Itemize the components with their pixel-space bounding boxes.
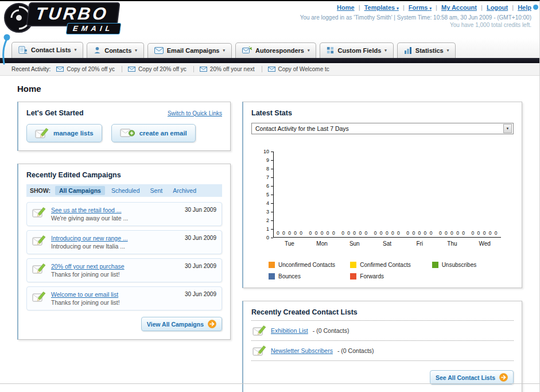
contact-list-item[interactable]: Exhibition List - (0 Contacts)	[251, 321, 514, 341]
manage-lists-button[interactable]: manage lists	[26, 124, 102, 142]
show-label: SHOW:	[30, 187, 50, 194]
campaign-title-link[interactable]: 20% off your next purchase	[51, 263, 180, 270]
button-label: create an email	[139, 130, 187, 137]
campaign-list: See us at the retail food ... We're givi…	[26, 202, 222, 311]
panel-title: Latest Stats	[251, 109, 514, 117]
custom-fields-icon	[327, 46, 334, 54]
chart-bar-group-values: 0 0 0 0 0	[306, 230, 339, 237]
app-logo[interactable]: TURBO EMAIL	[0, 1, 149, 37]
tab-all-campaigns[interactable]: All Campaigns	[55, 186, 105, 195]
stats-filter-select[interactable]: Contact Activity for the Last 7 Days ▼	[251, 123, 514, 134]
x-axis-label: Fri	[403, 240, 436, 247]
recent-activity-item[interactable]: Copy of 20% off yc	[56, 66, 122, 72]
tab-label: Email Campaigns	[167, 47, 220, 54]
campaign-filter-tabs: SHOW: All Campaigns Scheduled Sent Archi…	[26, 184, 222, 197]
campaign-title-link[interactable]: Introducing our new range ...	[51, 235, 180, 242]
nav-link-templates[interactable]: Templates ▾	[364, 4, 399, 11]
campaign-subtitle: Introducing our new Italia ...	[51, 243, 180, 250]
main-nav: Contact Lists ▾ Contacts ▾ Email Campaig…	[0, 38, 539, 58]
contact-list-link[interactable]: Exhibition List	[271, 327, 308, 334]
tab-statistics[interactable]: Statistics ▾	[397, 42, 456, 58]
legend-label: Bounces	[278, 273, 301, 280]
chart-legend: Unconfirmed ContactsConfirmed ContactsUn…	[251, 262, 514, 280]
tab-email-campaigns[interactable]: Email Campaigns ▾	[147, 43, 232, 58]
campaign-date: 30 Jun 2009	[185, 263, 216, 269]
nav-link-forms[interactable]: Forms ▾	[409, 4, 432, 11]
campaign-subtitle: Thanks for joining our list!	[51, 271, 180, 278]
nav-link-help[interactable]: Help	[518, 4, 531, 11]
chart-y-axis: 109876543210	[258, 152, 273, 238]
left-column: Let's Get Started Switch to Quick Links …	[17, 102, 231, 352]
campaign-list-item[interactable]: Welcome to our email list Thanks for joi…	[26, 286, 222, 311]
x-axis-label: Sat	[371, 240, 403, 247]
nav-link-logout[interactable]: Logout	[487, 4, 508, 11]
see-all-contact-lists-button[interactable]: See All Contact Lists	[430, 370, 514, 385]
contact-list-link[interactable]: Newsletter Subscribers	[271, 347, 333, 354]
recently-edited-campaigns-panel: Recently Edited Campaigns SHOW: All Camp…	[17, 164, 231, 340]
campaign-title-link[interactable]: Welcome to our email list	[51, 291, 180, 298]
tab-custom-fields[interactable]: Custom Fields ▾	[320, 42, 393, 58]
campaign-list-item[interactable]: Introducing our new range ... Introducin…	[26, 230, 222, 254]
chevron-down-icon: ▾	[384, 48, 387, 53]
recent-activity-text: Copy of 20% off yc	[67, 66, 115, 72]
campaign-title-link[interactable]: See us at the retail food ...	[51, 207, 180, 214]
campaign-subtitle: Thanks for joining our list!	[51, 299, 180, 306]
tab-label: Autoresponders	[255, 47, 304, 54]
chart-bar-group-values: 0 0 0 0 0	[403, 230, 436, 237]
campaign-list-item[interactable]: 20% off your next purchase Thanks for jo…	[26, 258, 222, 282]
contact-list-item[interactable]: Newsletter Subscribers - (0 Contacts)	[251, 341, 514, 361]
envelope-icon	[128, 67, 135, 72]
nav-link-home[interactable]: Home	[337, 4, 355, 11]
chevron-down-icon: ▼	[503, 124, 512, 133]
nav-accent-bar	[0, 58, 539, 63]
legend-swatch	[432, 262, 438, 268]
legend-label: Forwards	[360, 273, 384, 280]
recent-activity-item[interactable]: Copy of Welcome tc	[268, 66, 336, 72]
recent-activity-item[interactable]: 20% off your next	[200, 66, 262, 72]
view-all-campaigns-button[interactable]: View All Campaigns	[141, 317, 222, 331]
edit-campaign-icon	[32, 291, 46, 302]
legend-item: Forwards	[350, 273, 432, 280]
header: TURBO EMAIL Home | Templates ▾ | Forms ▾…	[0, 1, 539, 38]
contact-lists-icon	[18, 46, 28, 54]
tab-scheduled[interactable]: Scheduled	[107, 186, 144, 195]
top-nav: Home | Templates ▾ | Forms ▾ | My Accoun…	[300, 4, 531, 11]
x-axis-label: Sun	[338, 240, 371, 247]
latest-stats-panel: Latest Stats Contact Activity for the La…	[242, 102, 522, 288]
switch-quick-links-link[interactable]: Switch to Quick Links	[168, 110, 222, 117]
right-column: Latest Stats Contact Activity for the La…	[242, 102, 522, 392]
envelope-icon	[200, 67, 207, 72]
tab-contact-lists[interactable]: Contact Lists ▾	[11, 42, 83, 58]
credits-text: You have 1,000 total credits left.	[300, 22, 531, 28]
edit-campaign-icon	[32, 207, 46, 218]
header-right: Home | Templates ▾ | Forms ▾ | My Accoun…	[300, 4, 531, 28]
chevron-down-icon: ▾	[135, 48, 137, 53]
chevron-down-icon: ▾	[447, 48, 449, 53]
legend-swatch	[350, 273, 356, 280]
edit-list-icon	[35, 127, 49, 139]
button-label: manage lists	[53, 130, 94, 137]
edit-campaign-icon	[32, 235, 46, 246]
x-axis-label: Tue	[273, 240, 306, 247]
panel-title: Recently Created Contact Lists	[251, 308, 514, 321]
legend-swatch	[350, 262, 356, 268]
logo-tail-decoration	[1, 34, 11, 65]
chart-bar-group-values: 0 0 0 0 0	[274, 230, 306, 237]
chevron-down-icon: ▾	[75, 48, 77, 52]
tab-contacts[interactable]: Contacts ▾	[87, 42, 144, 58]
tab-autoresponders[interactable]: Autoresponders ▾	[235, 42, 316, 58]
statistics-icon	[404, 46, 412, 54]
campaign-list-item[interactable]: See us at the retail food ... We're givi…	[26, 202, 222, 226]
email-campaigns-icon	[154, 47, 164, 54]
recent-activity-item[interactable]: Copy of 20% off yc	[128, 66, 194, 72]
recent-activity-text: Copy of 20% off yc	[138, 66, 187, 72]
x-axis-label: Wed	[468, 240, 501, 247]
create-email-button[interactable]: create an email	[111, 124, 196, 142]
autoresponders-icon	[242, 46, 252, 54]
chart-bar-group-values: 0 0 0 0 0	[371, 230, 404, 237]
recent-activity-bar: Recent Activity: Copy of 20% off yc Copy…	[0, 63, 539, 76]
tab-sent[interactable]: Sent	[146, 186, 167, 195]
tab-archived[interactable]: Archived	[169, 186, 200, 195]
legend-label: Unconfirmed Contacts	[278, 262, 335, 268]
nav-link-my-account[interactable]: My Account	[441, 4, 477, 11]
